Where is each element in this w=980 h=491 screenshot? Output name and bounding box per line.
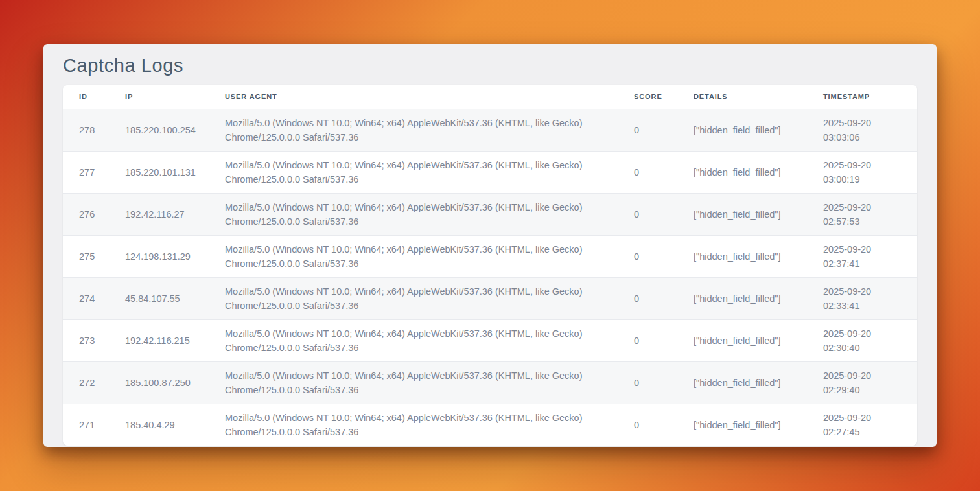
timestamp-text: 2025-09-20 02:29:40 — [823, 369, 894, 397]
timestamp-text: 2025-09-20 02:37:41 — [823, 242, 894, 271]
cell-id: 275 — [63, 235, 125, 277]
cell-score: 0 — [634, 319, 694, 361]
table-row: 276 192.42.116.27 Mozilla/5.0 (Windows N… — [63, 193, 917, 235]
table-row: 277 185.220.101.131 Mozilla/5.0 (Windows… — [63, 151, 917, 193]
cell-user-agent: Mozilla/5.0 (Windows NT 10.0; Win64; x64… — [225, 235, 634, 277]
gradient-background: { "page": { "title": "Captcha Logs" }, "… — [0, 0, 980, 491]
captcha-logs-table: ID IP USER AGENT SCORE DETAILS TIMESTAMP… — [63, 85, 917, 446]
cell-id: 276 — [63, 193, 125, 235]
cell-details: ["hidden_field_filled"] — [694, 361, 823, 404]
cell-details: ["hidden_field_filled"] — [694, 235, 823, 277]
column-header-ip: IP — [125, 85, 225, 109]
timestamp-text: 2025-09-20 02:33:41 — [823, 284, 894, 313]
cell-id: 274 — [63, 277, 125, 319]
cell-id: 271 — [63, 404, 125, 446]
cell-user-agent: Mozilla/5.0 (Windows NT 10.0; Win64; x64… — [225, 151, 634, 193]
cell-score: 0 — [634, 404, 694, 446]
cell-details: ["hidden_field_filled"] — [694, 319, 823, 361]
cell-timestamp: 2025-09-20 02:33:41 — [823, 277, 917, 319]
cell-details: ["hidden_field_filled"] — [694, 151, 823, 193]
cell-score: 0 — [634, 235, 694, 277]
column-header-timestamp: TIMESTAMP — [823, 85, 917, 109]
table-header-row: ID IP USER AGENT SCORE DETAILS TIMESTAMP — [63, 85, 917, 109]
cell-ip: 192.42.116.215 — [125, 319, 225, 361]
cell-timestamp: 2025-09-20 03:03:06 — [823, 109, 917, 151]
cell-ip: 124.198.131.29 — [125, 235, 225, 277]
log-card: Captcha Logs ID IP USER AGENT SCORE DETA… — [43, 44, 937, 447]
cell-user-agent: Mozilla/5.0 (Windows NT 10.0; Win64; x64… — [225, 361, 634, 404]
cell-ip: 192.42.116.27 — [125, 193, 225, 235]
cell-timestamp: 2025-09-20 02:37:41 — [823, 235, 917, 277]
cell-user-agent: Mozilla/5.0 (Windows NT 10.0; Win64; x64… — [225, 109, 634, 151]
timestamp-text: 2025-09-20 02:30:40 — [823, 326, 894, 355]
captcha-logs-table-container: ID IP USER AGENT SCORE DETAILS TIMESTAMP… — [63, 85, 917, 446]
timestamp-text: 2025-09-20 02:57:53 — [823, 200, 894, 229]
cell-details: ["hidden_field_filled"] — [694, 404, 823, 446]
cell-user-agent: Mozilla/5.0 (Windows NT 10.0; Win64; x64… — [225, 319, 634, 361]
table-row: 274 45.84.107.55 Mozilla/5.0 (Windows NT… — [63, 277, 917, 319]
column-header-useragent: USER AGENT — [225, 85, 634, 109]
table-row: 272 185.100.87.250 Mozilla/5.0 (Windows … — [63, 361, 917, 404]
cell-score: 0 — [634, 193, 694, 235]
cell-ip: 185.100.87.250 — [125, 361, 225, 404]
cell-score: 0 — [634, 277, 694, 319]
cell-timestamp: 2025-09-20 02:30:40 — [823, 319, 917, 361]
table-row: 278 185.220.100.254 Mozilla/5.0 (Windows… — [63, 109, 917, 151]
table-row: 271 185.40.4.29 Mozilla/5.0 (Windows NT … — [63, 404, 917, 446]
cell-timestamp: 2025-09-20 02:27:45 — [823, 404, 917, 446]
cell-score: 0 — [634, 361, 694, 404]
table-row: 273 192.42.116.215 Mozilla/5.0 (Windows … — [63, 319, 917, 361]
cell-user-agent: Mozilla/5.0 (Windows NT 10.0; Win64; x64… — [225, 404, 634, 446]
cell-details: ["hidden_field_filled"] — [694, 277, 823, 319]
cell-score: 0 — [634, 151, 694, 193]
cell-ip: 45.84.107.55 — [125, 277, 225, 319]
column-header-score: SCORE — [634, 85, 694, 109]
cell-id: 277 — [63, 151, 125, 193]
cell-timestamp: 2025-09-20 02:29:40 — [823, 361, 917, 404]
timestamp-text: 2025-09-20 03:00:19 — [823, 158, 894, 187]
column-header-details: DETAILS — [694, 85, 823, 109]
cell-details: ["hidden_field_filled"] — [694, 109, 823, 151]
cell-score: 0 — [634, 109, 694, 151]
cell-timestamp: 2025-09-20 02:57:53 — [823, 193, 917, 235]
cell-id: 278 — [63, 109, 125, 151]
cell-user-agent: Mozilla/5.0 (Windows NT 10.0; Win64; x64… — [225, 193, 634, 235]
cell-ip: 185.40.4.29 — [125, 404, 225, 446]
table-row: 275 124.198.131.29 Mozilla/5.0 (Windows … — [63, 235, 917, 277]
cell-details: ["hidden_field_filled"] — [694, 193, 823, 235]
timestamp-text: 2025-09-20 03:03:06 — [823, 116, 894, 144]
table-body: 278 185.220.100.254 Mozilla/5.0 (Windows… — [63, 109, 917, 446]
cell-id: 273 — [63, 319, 125, 361]
cell-ip: 185.220.101.131 — [125, 151, 225, 193]
cell-id: 272 — [63, 361, 125, 404]
column-header-id: ID — [63, 85, 125, 109]
page-title: Captcha Logs — [43, 44, 937, 77]
cell-user-agent: Mozilla/5.0 (Windows NT 10.0; Win64; x64… — [225, 277, 634, 319]
timestamp-text: 2025-09-20 02:27:45 — [823, 411, 894, 439]
cell-timestamp: 2025-09-20 03:00:19 — [823, 151, 917, 193]
cell-ip: 185.220.100.254 — [125, 109, 225, 151]
